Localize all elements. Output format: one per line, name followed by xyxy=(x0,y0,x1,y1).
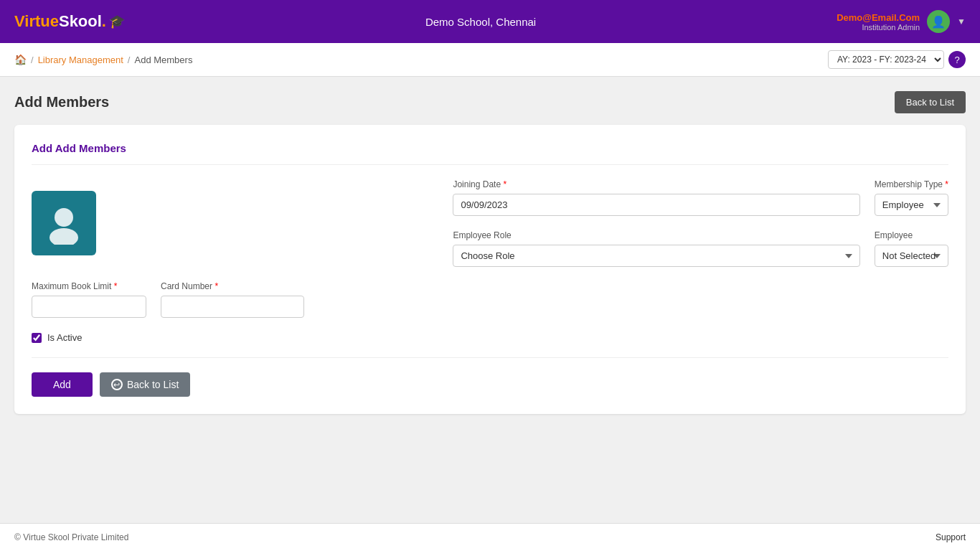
support-link[interactable]: Support xyxy=(936,532,966,542)
required-star-4: * xyxy=(215,281,218,291)
copyright: © Virtue Skool Private Limited xyxy=(14,532,128,542)
form-divider xyxy=(32,357,948,358)
joining-date-input[interactable] xyxy=(453,194,859,216)
ay-dropdown[interactable]: AY: 2023 - FY: 2023-24 xyxy=(828,50,944,69)
user-role: Institution Admin xyxy=(837,23,920,32)
form-top-grid: Joining Date * Membership Type * Employe… xyxy=(32,179,948,267)
logo-skool: Skool xyxy=(59,12,102,30)
employee-role-label: Employee Role xyxy=(453,230,859,240)
max-book-limit-label: Maximum Book Limit * xyxy=(32,281,146,291)
user-email: Demo@Email.Com xyxy=(837,12,920,23)
card-number-input[interactable] xyxy=(161,296,304,318)
joining-date-group: Joining Date * xyxy=(453,179,859,216)
joining-date-label: Joining Date * xyxy=(453,179,859,189)
back-to-list-button[interactable]: ↩ Back to List xyxy=(100,372,190,397)
page-header: Add Members Back to List xyxy=(14,91,966,113)
logo[interactable]: VirtueSkool. 🎓 xyxy=(14,12,125,31)
form-card: Add Add Members Joining Date * Membershi… xyxy=(14,125,966,414)
breadcrumb-library[interactable]: Library Management xyxy=(38,55,123,65)
form-row-2: Maximum Book Limit * Card Number * xyxy=(32,281,948,318)
required-star: * xyxy=(503,179,507,189)
membership-type-group: Membership Type * Employee Student Staff xyxy=(875,179,948,216)
employee-role-select[interactable]: Choose Role xyxy=(453,245,859,267)
required-star-2: * xyxy=(945,179,948,189)
header: VirtueSkool. 🎓 Demo School, Chennai Demo… xyxy=(0,0,980,43)
member-avatar xyxy=(32,191,96,255)
max-book-limit-group: Maximum Book Limit * xyxy=(32,281,146,318)
add-button[interactable]: Add xyxy=(32,372,93,397)
header-right: Demo@Email.Com Institution Admin 👤 ▼ xyxy=(837,10,966,33)
is-active-row: Is Active xyxy=(32,332,948,343)
employee-role-group: Employee Role Choose Role xyxy=(453,230,859,267)
membership-type-select[interactable]: Employee Student Staff xyxy=(875,194,948,216)
svg-point-1 xyxy=(50,228,78,245)
max-book-limit-input[interactable] xyxy=(32,296,146,318)
membership-type-label: Membership Type * xyxy=(875,179,948,189)
avatar-svg xyxy=(42,202,85,245)
ay-selector: AY: 2023 - FY: 2023-24 ? xyxy=(828,50,966,69)
card-number-label: Card Number * xyxy=(161,281,304,291)
breadcrumb-sep-2: / xyxy=(128,55,131,65)
is-active-checkbox[interactable] xyxy=(32,333,42,343)
avatar[interactable]: 👤 xyxy=(927,10,950,33)
page-title: Add Members xyxy=(14,94,109,110)
graduation-hat-icon: 🎓 xyxy=(109,14,125,29)
user-info: Demo@Email.Com Institution Admin xyxy=(837,12,920,32)
main-content: Add Members Back to List Add Add Members… xyxy=(0,77,980,428)
employee-label: Employee xyxy=(875,230,948,240)
school-name: Demo School, Chennai xyxy=(425,16,536,28)
home-icon[interactable]: 🏠 xyxy=(14,54,27,65)
footer: © Virtue Skool Private Limited Support xyxy=(0,523,980,551)
breadcrumb-current: Add Members xyxy=(134,55,192,65)
logo-virtue: Virtue xyxy=(14,12,59,30)
logo-dot: . xyxy=(102,12,106,30)
action-buttons: Add ↩ Back to List xyxy=(32,372,948,397)
employee-group: Employee Not Selected xyxy=(875,230,948,267)
help-button[interactable]: ? xyxy=(948,51,966,68)
employee-select[interactable]: Not Selected xyxy=(875,245,948,267)
is-active-label[interactable]: Is Active xyxy=(47,332,82,343)
required-star-3: * xyxy=(114,281,118,291)
breadcrumb-bar: 🏠 / Library Management / Add Members AY:… xyxy=(0,43,980,77)
breadcrumb-sep-1: / xyxy=(31,55,34,65)
chevron-down-icon[interactable]: ▼ xyxy=(957,17,966,27)
back-circle-icon: ↩ xyxy=(111,379,123,390)
back-to-list-header-button[interactable]: Back to List xyxy=(895,91,966,113)
svg-point-0 xyxy=(55,208,73,227)
breadcrumb: 🏠 / Library Management / Add Members xyxy=(14,54,192,65)
card-number-group: Card Number * xyxy=(161,281,304,318)
form-card-title: Add Add Members xyxy=(32,142,948,165)
